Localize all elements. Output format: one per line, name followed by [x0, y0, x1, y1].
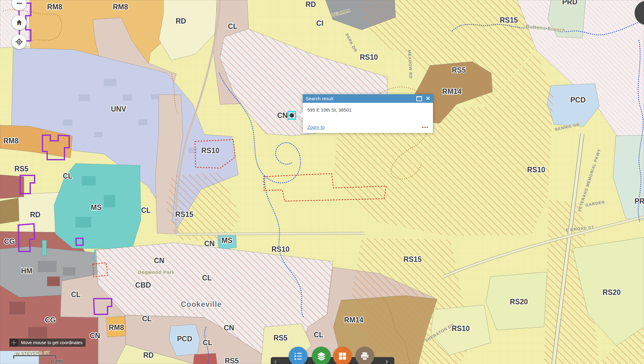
zone-label: RS15	[175, 210, 193, 218]
zone-label: CL	[228, 22, 238, 30]
zone-label: CL	[314, 331, 324, 339]
zone-label: RS20	[510, 298, 528, 306]
zone-label: RS5	[452, 66, 466, 74]
more-options-button[interactable]: •••	[422, 125, 429, 130]
zone-label: CL	[142, 315, 152, 323]
popup-footer: Zoom to •••	[307, 124, 429, 130]
zone-label: CN	[90, 332, 100, 340]
zone-label: RM8	[47, 3, 63, 11]
zone-label: UNV	[111, 105, 126, 113]
widget-icon	[641, 8, 644, 18]
basemap-button[interactable]	[333, 347, 352, 364]
zone-label: PCD	[177, 335, 192, 343]
dock-icon[interactable]	[416, 96, 422, 101]
locate-icon	[15, 38, 23, 46]
zone-label: RD	[143, 351, 153, 359]
coordinates-bar: Move mouse to get coordinates	[9, 339, 86, 347]
zone-label: CN	[204, 240, 214, 248]
zone-label: RM14	[442, 87, 462, 96]
popup-title: Search result	[306, 96, 416, 101]
zone-label: CN	[154, 256, 164, 265]
search-result-marker[interactable]	[287, 111, 296, 120]
zone-label: CG	[4, 237, 15, 245]
zone-label: HM	[21, 267, 32, 275]
zone-label: RS10	[360, 53, 378, 61]
zone-label: RS5	[225, 357, 239, 364]
print-icon	[360, 351, 370, 361]
zone-label: MS	[91, 203, 102, 212]
zone-label: RS15	[403, 255, 422, 263]
locate-button[interactable]	[12, 35, 26, 49]
coordinates-text: Move mouse to get coordinates	[18, 339, 86, 347]
zone-label: CL	[203, 339, 213, 347]
zone-label: RD	[305, 0, 316, 8]
zone-label: RS10	[271, 245, 290, 253]
scale-label: 0.2mi	[51, 358, 63, 364]
zone-red-patch	[193, 353, 217, 364]
minus-icon	[17, 3, 22, 4]
layers-icon	[316, 351, 327, 361]
zone-label: CI	[316, 19, 324, 27]
coordinates-capture-button[interactable]	[9, 339, 18, 347]
zone-label: RD	[175, 17, 186, 25]
zoom-to-link[interactable]: Zoom to	[307, 124, 422, 130]
toolbar-next-button[interactable]: ›	[386, 358, 388, 364]
zone-label: PRD	[562, 0, 578, 6]
zone-label: RS10	[452, 324, 470, 333]
zone-label: CN	[277, 111, 287, 119]
zone-olive	[0, 198, 20, 224]
zone-label: CL	[71, 290, 81, 299]
zone-label: RM8	[3, 137, 19, 145]
zone-label: RS10	[527, 166, 545, 174]
popup-header: Search result ✕	[303, 94, 433, 103]
zone-ms-bit	[42, 240, 47, 256]
marker-dot-icon	[290, 113, 294, 118]
zone-label: MS	[222, 236, 233, 245]
search-result-popup: Search result ✕ 595 E 10th St, 38501 Zoo…	[303, 94, 433, 133]
popup-tail	[299, 112, 303, 118]
home-button[interactable]	[12, 15, 26, 30]
zone-label: RS5	[14, 165, 29, 173]
zoning-map: DELMANButtons BranchPARK DRMEADOW RDBENN…	[0, 0, 644, 364]
legend-icon	[293, 351, 303, 361]
map-canvas[interactable]: DELMANButtons BranchPARK DRMEADOW RDBENN…	[0, 0, 644, 364]
zone-label: RS15	[500, 16, 518, 24]
treet-labels: Dogwood Park	[138, 269, 175, 275]
print-button[interactable]	[355, 347, 374, 364]
zone-label: CN	[224, 324, 234, 332]
zone-label: CG	[45, 316, 56, 324]
zone-label: RD	[30, 211, 40, 219]
zone-label: PR	[635, 197, 644, 205]
zone-label: CL	[141, 206, 151, 214]
legend-button[interactable]	[289, 347, 308, 364]
crosshair-dots-icon	[12, 340, 16, 345]
zone-label: RM8	[113, 3, 128, 11]
zone-label: CL	[63, 172, 73, 180]
toolbar-prev-button[interactable]: ‹	[274, 358, 277, 364]
zone-label: RM14	[344, 316, 364, 324]
layers-button[interactable]	[312, 347, 331, 364]
close-icon[interactable]: ✕	[426, 96, 430, 101]
scale-bar	[13, 355, 56, 359]
zone-label: CBD	[135, 281, 151, 289]
home-icon	[15, 19, 23, 26]
zone-label: RS5	[274, 334, 288, 342]
zone-label: Cookeville	[181, 300, 222, 308]
zone-label: RS20	[602, 288, 621, 296]
zone-label: CL	[202, 274, 212, 282]
zone-label: RS10	[201, 146, 219, 155]
zone-label: RM8	[109, 323, 124, 332]
zone-label: PCD	[570, 96, 586, 104]
popup-address: 595 E 10th St, 38501	[303, 103, 433, 113]
basemap-grid-icon	[338, 351, 347, 361]
